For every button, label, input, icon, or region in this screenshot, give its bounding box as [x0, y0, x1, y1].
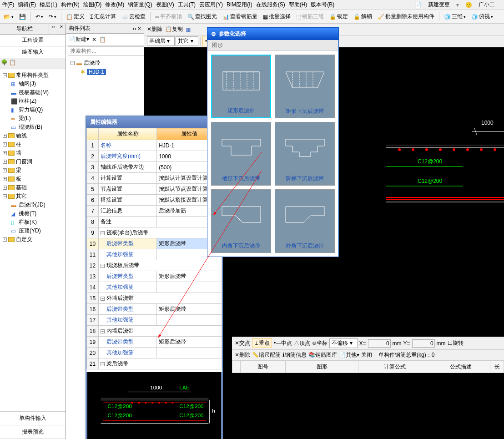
redo-button[interactable]: ↷▾ — [47, 13, 58, 21]
thumbnail-option[interactable]: 外角下沉后浇带 — [275, 189, 335, 253]
thumbnail-option[interactable]: 矩形下沉后浇带 — [275, 55, 335, 118]
level-button[interactable]: ═平齐板顶 — [153, 12, 184, 21]
canvas-more-button[interactable]: ▥ — [186, 26, 191, 33]
tree-pourstrip[interactable]: ▬后浇带(JD) — [1, 201, 65, 209]
rotate-check[interactable]: ☐旋转 — [448, 339, 464, 347]
bp-scale[interactable]: 📏缩尺配筋 — [252, 351, 281, 359]
property-row[interactable]: 17 其他加强筋 — [87, 315, 222, 326]
property-row[interactable]: 7汇总信息后浇带加筋 — [87, 206, 222, 217]
new-change-button[interactable]: 新建变更 — [428, 1, 450, 9]
menu-bim[interactable]: BIM应用(I) — [227, 1, 252, 9]
batch-delete-button[interactable]: 🧹批量删除未使用构件 — [376, 12, 436, 21]
tree-eave[interactable]: ◢挑檐(T) — [1, 209, 65, 218]
tab-single-input[interactable]: 单构件输入 — [0, 412, 66, 425]
menu-version[interactable]: 版本号(B) — [311, 1, 334, 9]
tab-report-preview[interactable]: 报表预览 — [0, 425, 66, 439]
menu-floor[interactable]: 楼层(L) — [40, 1, 57, 9]
tree-shearwall[interactable]: ▮剪力墙(Q) — [1, 106, 65, 114]
search-input[interactable] — [68, 46, 146, 56]
tree-door-cat[interactable]: +门窗洞 — [1, 157, 65, 166]
bp-delete[interactable]: ✕删除 — [235, 351, 250, 359]
property-row[interactable]: 5节点设置按默认节点设置计算 — [87, 184, 222, 195]
find-button[interactable]: 🔍查找图元 — [186, 12, 219, 21]
tree-axis[interactable]: +轴线 — [1, 131, 65, 140]
delete-component-button[interactable]: ✕ — [92, 36, 96, 43]
lock-button[interactable]: 🔒锁定 — [328, 12, 350, 21]
tree-found-cat[interactable]: +基础 — [1, 183, 65, 192]
comp-hjd1[interactable]: ✱HJD-1 — [68, 68, 142, 76]
property-row[interactable]: 18−内墙后浇带 — [87, 326, 222, 337]
property-row[interactable]: 15−外墙后浇带 — [87, 293, 222, 304]
graphics-tab[interactable]: 图形 — [207, 40, 338, 51]
y-input[interactable] — [412, 339, 435, 348]
thumbnail-option[interactable]: 内角下沉后浇带 — [211, 189, 271, 253]
offset-select[interactable]: 不偏移 ▾ — [329, 338, 357, 348]
type-select[interactable]: 其它 ▾ — [176, 36, 198, 46]
cloud-check-button[interactable]: ☁️云检查 — [120, 12, 147, 21]
menu-rebar[interactable]: 钢筋量(Q) — [128, 1, 152, 9]
menu-file[interactable]: 件(F) — [2, 1, 14, 9]
tree-raft[interactable]: ▬筏板基础(M) — [1, 88, 65, 97]
property-row[interactable]: 12−现浇板后浇带 — [87, 260, 222, 271]
property-row[interactable]: 13 后浇带类型矩形后浇带 — [87, 271, 222, 282]
thumbnail-option[interactable]: 阶梯下沉后浇带 — [275, 122, 335, 186]
tree-parapet[interactable]: ▯栏板(K) — [1, 218, 65, 227]
tree-axis-net[interactable]: ⊞轴网(J) — [1, 80, 65, 88]
x-input[interactable] — [368, 339, 391, 348]
menu-online[interactable]: 在线服务(S) — [256, 1, 285, 9]
property-row[interactable]: 21−梁后浇带 — [87, 358, 222, 369]
property-row[interactable]: 14 其他加强筋 — [87, 282, 222, 293]
menu-component[interactable]: 构件(N) — [61, 1, 80, 9]
tree-mode-icon[interactable]: 🌳 — [1, 59, 8, 66]
tree-coping[interactable]: ▭压顶(YD) — [1, 227, 65, 235]
menu-edit[interactable]: 编辑(E) — [18, 1, 36, 9]
rebar-3d-button[interactable]: ⬚钢筋三维 — [294, 12, 326, 21]
menu-help[interactable]: 帮助(H) — [289, 1, 307, 9]
tree-custom[interactable]: +自定义 — [1, 235, 65, 242]
tab-draw-input[interactable]: 绘图输入 — [0, 46, 66, 58]
list-mode-icon[interactable]: 📋 — [9, 59, 16, 66]
define-button[interactable]: 📋定义 — [64, 12, 86, 21]
thumbnail-option[interactable]: 槽形下沉后浇带 — [211, 122, 271, 186]
bp-close[interactable]: 关闭 — [361, 351, 372, 359]
tree-col-cat[interactable]: +柱 — [1, 140, 65, 149]
tree-other[interactable]: −其它 — [1, 192, 65, 201]
view-3d-button[interactable]: 🧊三维▾ — [442, 12, 468, 21]
property-row[interactable]: 1名称HJD-1 — [87, 140, 222, 151]
batch-select-button[interactable]: ▦批量选择 — [261, 12, 292, 21]
property-row[interactable]: 10 后浇带类型矩形后浇带 ⋯ — [87, 238, 222, 249]
snap-perp[interactable]: ⊥垂点 — [252, 338, 272, 348]
assistant-label[interactable]: 广小二 — [479, 1, 495, 9]
property-row[interactable]: 8备注 — [87, 217, 222, 227]
property-row[interactable]: 9−筏板(承台)后浇带 — [87, 227, 222, 238]
property-row[interactable]: 20 其他加强筋 — [87, 348, 222, 358]
snap-inter[interactable]: ✕交点 — [235, 339, 250, 347]
property-row[interactable]: 6搭接设置按默认搭接设置计算 — [87, 195, 222, 206]
bp-info[interactable]: ℹ钢筋信息 — [282, 351, 307, 359]
property-row[interactable]: 3轴线距后浇带左边(500) — [87, 162, 222, 173]
canvas-delete-button[interactable]: ✕删除 — [147, 25, 162, 33]
open-button[interactable]: 📂▾ — [2, 13, 15, 21]
snap-coord[interactable]: ⊕坐标 — [312, 339, 328, 347]
snap-apex[interactable]: △顶点 — [294, 339, 310, 347]
sum-button[interactable]: Σ 汇总计算 — [88, 12, 118, 21]
tab-project[interactable]: 工程设置 — [0, 35, 66, 46]
property-row[interactable]: 2后浇带宽度(mm)1000 — [87, 151, 222, 162]
save-button[interactable]: 💾 — [17, 13, 28, 21]
menu-cloud[interactable]: 云应用(Y) — [199, 1, 223, 9]
tree-common[interactable]: −常用构件类型 — [1, 71, 65, 80]
bp-other[interactable]: 📄其他▾ — [339, 351, 359, 359]
floor-select[interactable]: 基础层 ▾ — [147, 36, 175, 46]
property-row[interactable]: 4计算设置按默认计算设置计算 — [87, 173, 222, 184]
rebar-qty-button[interactable]: 📊查看钢筋量 — [221, 12, 259, 21]
canvas-copy-button[interactable]: 📋复制 — [165, 25, 183, 33]
property-row[interactable]: 11 其他加强筋 — [87, 249, 222, 260]
tree-slab-cat[interactable]: +板 — [1, 175, 65, 183]
menu-view[interactable]: 视图(V) — [156, 1, 174, 9]
snap-mid[interactable]: •—中点 — [274, 339, 292, 347]
tree-wall-cat[interactable]: +墙 — [1, 149, 65, 157]
top-view-button[interactable]: 🧊俯视▾ — [469, 12, 495, 21]
comp-root[interactable]: −▬后浇带 — [68, 58, 142, 68]
thumbnail-option[interactable]: 矩形后浇带 — [211, 55, 271, 118]
property-row[interactable]: 19 后浇带类型矩形后浇带 — [87, 337, 222, 348]
